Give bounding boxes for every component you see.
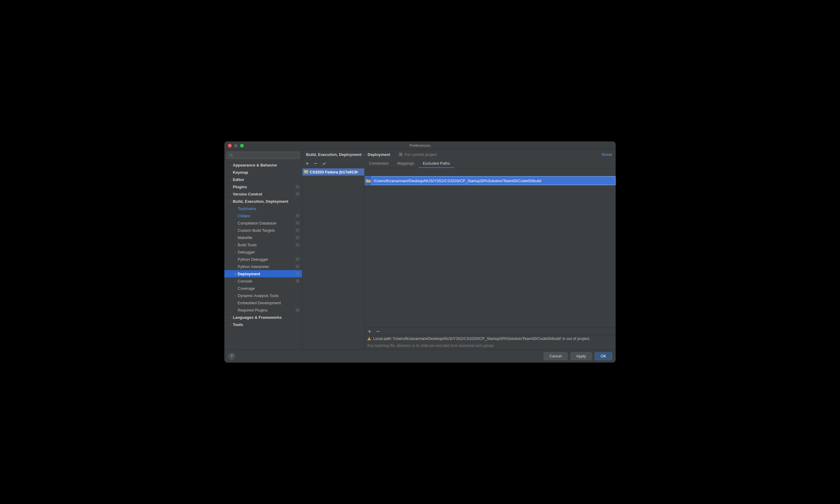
close-window-button[interactable] xyxy=(228,144,232,147)
tree-item-cmake[interactable]: CMake xyxy=(224,212,302,219)
svg-line-1 xyxy=(232,156,232,157)
tree-item-label: Build Tools xyxy=(238,242,295,247)
tree-item-version-control[interactable]: ›Version Control xyxy=(224,191,302,198)
tree-item-required-plugins[interactable]: Required Plugins xyxy=(224,306,302,313)
remove-path-button[interactable] xyxy=(375,329,380,334)
tree-item-embedded-development[interactable]: Embedded Development xyxy=(224,299,302,306)
header: Build, Execution, Deployment › Deploymen… xyxy=(302,150,616,159)
minimize-window-button[interactable] xyxy=(234,144,238,147)
tree-item-build-execution-deployment[interactable]: ⌄Build, Execution, Deployment xyxy=(224,198,302,205)
tree-item-languages-frameworks[interactable]: ›Languages & Frameworks xyxy=(224,313,302,321)
excluded-paths-panel: /Users/firzanarmani/Desktop/NUS/Y3S2/CS3… xyxy=(365,168,616,349)
tree-item-custom-build-targets[interactable]: Custom Build Targets xyxy=(224,227,302,234)
tab-excluded-paths[interactable]: Excluded Paths xyxy=(419,159,454,168)
tree-item-label: Appearance & Behavior xyxy=(233,163,300,167)
tree-item-console[interactable]: ›Console xyxy=(224,277,302,285)
search-input[interactable] xyxy=(227,152,300,159)
chevron-icon: ⌄ xyxy=(228,200,233,203)
tree-item-label: Dynamic Analysis Tools xyxy=(238,293,300,298)
tree-item-python-debugger[interactable]: Python Debugger xyxy=(224,256,302,263)
tree-item-label: Embedded Development xyxy=(238,301,300,305)
tree-item-compilation-database[interactable]: Compilation Database xyxy=(224,219,302,227)
tree-item-plugins[interactable]: Plugins xyxy=(224,183,302,191)
tree-item-python-interpreter[interactable]: Python Interpreter xyxy=(224,263,302,270)
zoom-window-button[interactable] xyxy=(240,144,244,147)
tree-item-label: Debugger xyxy=(238,250,300,254)
tree-item-label: Custom Build Targets xyxy=(238,228,295,233)
tree-item-coverage[interactable]: Coverage xyxy=(224,285,302,292)
window-title: Preferences xyxy=(409,143,431,148)
chevron-icon: › xyxy=(228,323,233,326)
svg-rect-27 xyxy=(400,154,402,155)
project-scope-icon xyxy=(295,257,300,262)
project-scope-icon xyxy=(295,235,300,240)
tree-item-label: Makefile xyxy=(238,235,295,240)
ok-button[interactable]: OK xyxy=(595,352,612,360)
tree-item-toolchains[interactable]: Toolchains xyxy=(224,205,302,212)
cancel-button[interactable]: Cancel xyxy=(544,352,567,360)
project-scope-icon xyxy=(295,242,300,247)
server-toolbar xyxy=(302,159,365,168)
tree-item-label: Plugins xyxy=(233,185,295,189)
chevron-icon: › xyxy=(228,178,233,181)
tree-item-label: Console xyxy=(238,279,295,284)
window-controls xyxy=(224,144,244,147)
project-scope-icon xyxy=(295,272,300,276)
set-default-button[interactable] xyxy=(322,161,327,166)
svg-rect-23 xyxy=(297,281,298,282)
tree-item-appearance-behavior[interactable]: ›Appearance & Behavior xyxy=(224,161,302,168)
tree-item-build-tools[interactable]: ›Build Tools xyxy=(224,241,302,248)
minus-icon xyxy=(376,330,380,333)
tree-item-debugger[interactable]: ›Debugger xyxy=(224,248,302,256)
excluded-path-row[interactable]: /Users/firzanarmani/Desktop/NUS/Y3S2/CS3… xyxy=(365,176,616,185)
breadcrumb: Build, Execution, Deployment › Deploymen… xyxy=(306,152,390,157)
project-scope-icon xyxy=(295,279,300,283)
tree-item-label: Required Plugins xyxy=(238,308,295,312)
chevron-icon: › xyxy=(233,280,238,283)
project-scope-icon xyxy=(399,152,403,157)
for-current-project-label: For current project xyxy=(399,152,437,157)
project-scope-icon xyxy=(295,185,300,189)
chevron-icon: › xyxy=(228,163,233,167)
tab-mappings[interactable]: Mappings xyxy=(393,159,419,168)
svg-rect-29 xyxy=(304,173,308,174)
add-server-button[interactable] xyxy=(305,161,310,166)
plus-icon xyxy=(305,162,309,165)
tree-item-label: Languages & Frameworks xyxy=(233,315,300,320)
tree-item-deployment[interactable]: ›Deployment xyxy=(224,270,302,277)
reset-link[interactable]: Reset xyxy=(602,152,612,157)
breadcrumb-separator-icon: › xyxy=(364,152,365,157)
server-item[interactable]: CS3203 Fedora (b17e913f- xyxy=(302,168,364,176)
check-icon xyxy=(322,161,326,166)
project-scope-icon xyxy=(295,264,300,269)
minus-icon xyxy=(314,162,317,165)
tab-connection[interactable]: Connection xyxy=(365,159,393,168)
tree-item-label: Deployment xyxy=(238,272,295,276)
help-button[interactable]: ? xyxy=(228,353,235,360)
server-list: CS3203 Fedora (b17e913f- xyxy=(302,168,365,349)
svg-rect-3 xyxy=(297,186,298,187)
tree-item-label: Editor xyxy=(233,177,300,182)
svg-rect-30 xyxy=(369,338,369,339)
svg-rect-5 xyxy=(297,193,298,195)
project-scope-icon xyxy=(295,221,300,225)
sftp-server-icon xyxy=(303,170,309,174)
tree-item-keymap[interactable]: Keymap xyxy=(224,168,302,176)
chevron-icon: › xyxy=(233,251,238,254)
footer: ? Cancel Apply OK xyxy=(224,349,616,363)
svg-rect-21 xyxy=(297,273,298,275)
warning-text: Local path '/Users/firzanarmani/Desktop/… xyxy=(373,336,590,341)
tree-item-editor[interactable]: ›Editor xyxy=(224,176,302,183)
tree-item-label: Keymap xyxy=(233,170,300,175)
tree-item-tools[interactable]: ›Tools xyxy=(224,321,302,328)
add-path-button[interactable] xyxy=(367,329,372,334)
tree-item-dynamic-analysis-tools[interactable]: ›Dynamic Analysis Tools xyxy=(224,292,302,299)
remove-server-button[interactable] xyxy=(313,161,318,166)
tree-item-label: Compilation Database xyxy=(238,221,295,226)
excluded-path-input[interactable]: /Users/firzanarmani/Desktop/NUS/Y3S2/CS3… xyxy=(372,177,615,185)
sidebar: ›Appearance & BehaviorKeymap›EditorPlugi… xyxy=(224,150,302,349)
apply-button[interactable]: Apply xyxy=(571,352,592,360)
tree-item-makefile[interactable]: Makefile xyxy=(224,234,302,241)
chevron-icon: › xyxy=(233,294,238,297)
svg-rect-19 xyxy=(297,266,298,267)
